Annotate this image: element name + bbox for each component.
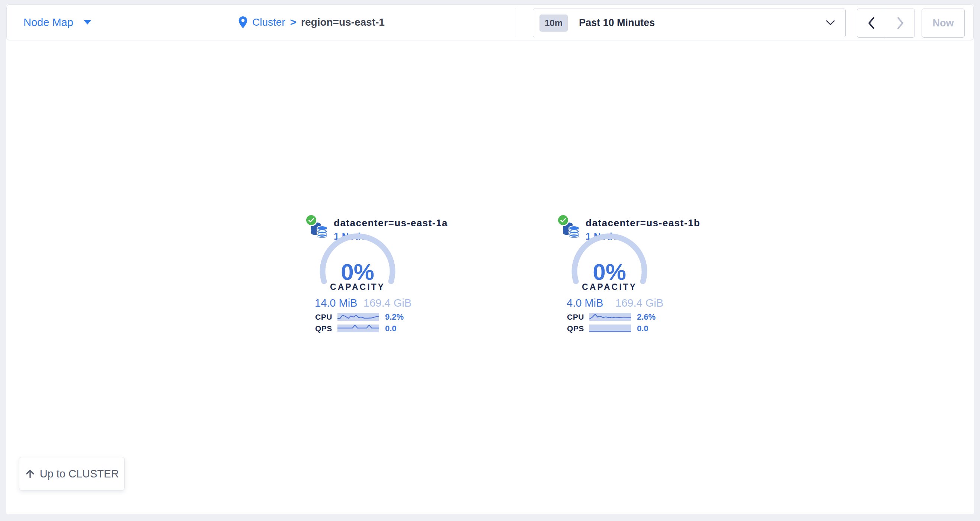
qps-value: 0.0 — [385, 324, 397, 333]
header-divider — [515, 8, 516, 37]
cpu-metric-row: CPU 9.2% — [315, 313, 412, 321]
cpu-value: 2.6% — [637, 312, 655, 322]
health-check-icon — [306, 215, 316, 225]
qps-sparkline — [589, 325, 631, 332]
time-back-button[interactable] — [857, 9, 886, 37]
chevron-down-icon — [826, 20, 835, 25]
cpu-sparkline — [337, 313, 379, 321]
now-button[interactable]: Now — [921, 8, 965, 38]
time-range-badge: 10m — [539, 14, 568, 32]
capacity-total: 169.4 GiB — [363, 297, 412, 309]
datacenter-title: datacenter=us-east-1a — [334, 217, 448, 229]
capacity-values: 14.0 MiB 169.4 GiB — [315, 297, 412, 309]
capacity-values: 4.0 MiB 169.4 GiB — [566, 297, 663, 309]
now-button-label: Now — [933, 18, 954, 29]
up-to-cluster-label: Up to CLUSTER — [40, 468, 119, 480]
arrow-up-icon — [25, 468, 35, 479]
qps-label: QPS — [315, 324, 336, 333]
cpu-metric-row: CPU 2.6% — [567, 313, 664, 321]
qps-value: 0.0 — [637, 324, 649, 333]
datacenter-group-us-east-1a[interactable]: datacenter=us-east-1a 1 Node 0% CAPACITY… — [306, 214, 418, 339]
qps-metric-row: QPS 0.0 — [567, 325, 664, 332]
capacity-total: 169.4 GiB — [616, 297, 663, 309]
caret-down-icon — [84, 20, 91, 25]
qps-label: QPS — [567, 324, 588, 333]
chevron-right-icon — [896, 16, 904, 30]
cpu-value: 9.2% — [385, 312, 404, 322]
health-check-icon — [558, 215, 568, 225]
breadcrumb-cluster-link[interactable]: Cluster — [252, 16, 285, 28]
cpu-sparkline — [589, 313, 631, 321]
chevron-left-icon — [867, 16, 875, 30]
breadcrumb-current: region=us-east-1 — [301, 16, 385, 28]
header-bar: Node Map Cluster > region=us-east-1 10m … — [6, 5, 974, 40]
time-range-label: Past 10 Minutes — [579, 17, 655, 29]
time-range-dropdown[interactable]: 10m Past 10 Minutes — [533, 8, 846, 37]
cpu-label: CPU — [315, 312, 336, 322]
breadcrumb: Cluster > region=us-east-1 — [239, 5, 385, 40]
datacenter-title: datacenter=us-east-1b — [585, 217, 700, 229]
time-pager — [857, 8, 915, 38]
capacity-used: 4.0 MiB — [566, 297, 603, 309]
node-map-canvas — [6, 5, 974, 514]
breadcrumb-separator: > — [290, 16, 296, 28]
up-to-cluster-button[interactable]: Up to CLUSTER — [19, 457, 125, 491]
qps-sparkline — [337, 325, 379, 332]
view-mode-dropdown[interactable]: Node Map — [24, 5, 91, 40]
view-mode-label: Node Map — [24, 16, 73, 29]
qps-metric-row: QPS 0.0 — [315, 325, 412, 332]
capacity-label: CAPACITY — [566, 282, 652, 292]
capacity-percent: 0% — [315, 260, 400, 284]
cpu-label: CPU — [567, 312, 588, 322]
location-pin-icon — [239, 16, 247, 28]
time-forward-button[interactable] — [886, 9, 915, 37]
capacity-percent: 0% — [566, 260, 652, 284]
capacity-used: 14.0 MiB — [315, 297, 357, 309]
datacenter-group-us-east-1b[interactable]: datacenter=us-east-1b 1 Node 0% CAPACITY… — [558, 214, 670, 339]
capacity-label: CAPACITY — [315, 282, 400, 292]
